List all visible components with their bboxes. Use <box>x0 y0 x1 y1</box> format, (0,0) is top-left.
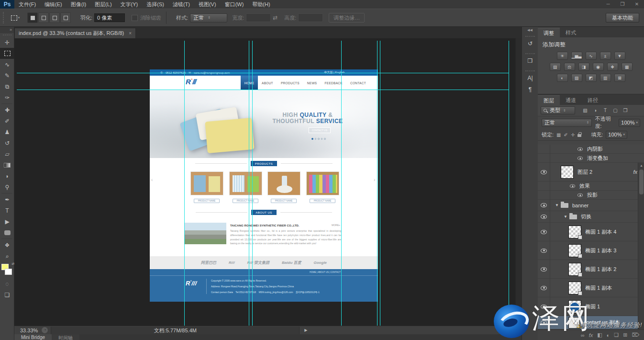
menu-edit[interactable]: 编辑(E) <box>40 0 67 9</box>
dot[interactable] <box>321 138 323 140</box>
dodge-tool[interactable]: ⚲ <box>0 181 14 193</box>
nav-products[interactable]: PRODUCTS <box>277 76 303 90</box>
layers-scrollbar[interactable]: ▲ <box>638 163 644 329</box>
style-select[interactable]: 正常 ⇕ <box>190 13 227 23</box>
zoom-tool[interactable]: ⌕ <box>0 250 14 261</box>
visibility-eye-icon[interactable] <box>541 286 547 290</box>
history-panel-icon[interactable]: ↺ <box>522 38 538 49</box>
visibility-eye-icon[interactable] <box>541 249 547 253</box>
curves-icon[interactable]: ∿ <box>586 52 597 60</box>
move-tool[interactable]: ✛ <box>0 37 14 48</box>
product-name-button[interactable]: PRODUCT NAME <box>310 199 335 203</box>
layer-thumbnail[interactable] <box>568 244 581 257</box>
exposure-icon[interactable]: ± <box>600 52 611 60</box>
layer-effect-row[interactable]: 渐变叠加 <box>538 154 644 163</box>
photo-filter-icon[interactable]: ◉ <box>593 63 604 71</box>
layer-effect-row[interactable]: 投影 <box>538 191 644 200</box>
layer-thumbnail[interactable] <box>568 300 581 313</box>
threshold-icon[interactable]: ◩ <box>586 74 597 82</box>
horizontal-guide[interactable] <box>17 90 509 90</box>
filter-smart-icon[interactable]: ❐ <box>622 108 629 113</box>
footer-links[interactable]: HOME | ABOUT US | CONTACT <box>310 271 341 273</box>
gradient-map-icon[interactable]: ▥ <box>600 74 611 82</box>
tab-styles[interactable]: 样式 <box>560 28 582 37</box>
layer-thumbnail[interactable] <box>561 166 574 179</box>
canvas[interactable]: ✆ 0512-82907626 ✉ sara.xu@rongweigroup.c… <box>14 38 522 326</box>
new-layer-icon[interactable]: ⊞ <box>623 332 627 338</box>
carousel-dots[interactable] <box>311 138 326 140</box>
brightness-contrast-icon[interactable]: ☀ <box>557 52 568 60</box>
close-button[interactable]: ✕ <box>630 0 644 9</box>
dot[interactable] <box>324 138 326 140</box>
tab-channels[interactable]: 通道 <box>560 95 582 105</box>
visibility-eye-icon[interactable] <box>541 203 547 207</box>
new-selection-button[interactable] <box>27 12 38 23</box>
visibility-eye-icon[interactable] <box>577 156 583 160</box>
height-input[interactable] <box>298 13 323 22</box>
menu-type[interactable]: 文字(Y) <box>116 0 143 9</box>
type-tool[interactable]: T <box>0 205 14 216</box>
filter-type-icon[interactable]: T <box>601 108 609 113</box>
eraser-tool[interactable]: ▱ <box>0 148 14 159</box>
invert-icon[interactable]: ◐ <box>557 74 568 82</box>
visibility-eye-icon[interactable] <box>541 215 547 219</box>
intersect-selection-button[interactable] <box>60 12 71 23</box>
subtract-selection-button[interactable] <box>49 12 60 23</box>
blend-mode-select[interactable]: 正常 ⇕ <box>542 119 592 127</box>
presets-panel-icon[interactable]: ❒ <box>522 55 538 67</box>
feather-input[interactable]: 0 像素 <box>94 13 125 22</box>
visibility-eye-icon[interactable] <box>541 305 547 309</box>
eyedropper-tool[interactable]: ✑ <box>0 92 14 103</box>
history-brush-tool[interactable]: ↺ <box>0 137 14 148</box>
vertical-guide[interactable] <box>377 41 378 326</box>
status-expand-icon[interactable]: ▶ <box>300 328 312 332</box>
filter-type-select[interactable]: 类型 ⇕ <box>541 106 575 114</box>
quick-mask-button[interactable]: ◌ <box>0 278 14 289</box>
product-name-button[interactable]: PRODUCT NAME <box>194 199 220 203</box>
clone-stamp-tool[interactable]: ♟ <box>0 126 14 137</box>
vertical-guide[interactable] <box>341 41 342 326</box>
menu-view[interactable]: 视图(V) <box>194 0 221 9</box>
vertical-guide[interactable] <box>184 41 185 326</box>
zoom-level-field[interactable]: 33.33% <box>14 328 42 333</box>
layer-effect-row[interactable]: 内阴影 <box>538 145 644 154</box>
black-white-icon[interactable]: ◨ <box>578 63 589 71</box>
vertical-guide[interactable] <box>249 41 249 326</box>
swap-colors-icon[interactable]: ⇄ <box>11 262 14 266</box>
nav-home[interactable]: HOME <box>241 76 258 90</box>
lock-position-icon[interactable]: ✛ <box>571 132 575 137</box>
tab-layers[interactable]: 图层 <box>538 95 560 105</box>
partner-rongwei-group[interactable]: R/// 荣文集团 <box>247 260 269 265</box>
pen-tool[interactable]: ✒ <box>0 194 14 205</box>
document-tab[interactable]: index.psd @ 33.3% (contact us 副本, RGB/8)… <box>14 28 136 38</box>
partner-alibaba[interactable]: 阿里巴巴 <box>201 260 216 265</box>
shape-tool[interactable] <box>0 227 14 238</box>
antialias-checkbox[interactable] <box>132 15 138 21</box>
color-balance-icon[interactable]: ⚖ <box>564 63 575 71</box>
layer-row[interactable]: 椭圆 1 副本 2 <box>538 260 644 279</box>
layer-thumbnail[interactable] <box>568 263 581 276</box>
add-mask-icon[interactable]: ◧ <box>597 332 602 338</box>
filter-shape-icon[interactable]: ▢ <box>611 108 619 113</box>
product-name-button[interactable]: PRODUCT NAME <box>271 199 297 203</box>
link-layers-icon[interactable]: ∞ <box>581 332 585 338</box>
rect-marquee-tool[interactable] <box>0 48 14 59</box>
channel-mixer-icon[interactable]: ❖ <box>607 63 618 71</box>
vertical-guide[interactable] <box>380 41 380 326</box>
opacity-field[interactable]: 100% ▾ <box>619 119 640 127</box>
layer-thumbnail[interactable] <box>568 282 581 295</box>
layer-group-row[interactable]: ▼ 切换 <box>538 211 644 223</box>
color-lookup-icon[interactable]: ▦ <box>622 63 633 71</box>
partner-baidu[interactable]: Baidu 百度 <box>282 260 301 265</box>
visibility-eye-icon[interactable] <box>541 230 547 234</box>
posterize-icon[interactable]: ▨ <box>571 74 582 82</box>
menu-window[interactable]: 窗口(W) <box>221 0 248 9</box>
menu-file[interactable]: 文件(F) <box>14 0 40 9</box>
menu-help[interactable]: 帮助(H) <box>248 0 274 9</box>
background-color[interactable] <box>5 269 12 275</box>
document-size-field[interactable]: 文档:5.77M/85.4M <box>51 327 300 334</box>
visibility-eye-icon[interactable] <box>570 184 575 188</box>
menu-filter[interactable]: 滤镜(T) <box>168 0 194 9</box>
brush-tool[interactable]: ✐ <box>0 115 14 126</box>
add-selection-button[interactable] <box>38 12 49 23</box>
